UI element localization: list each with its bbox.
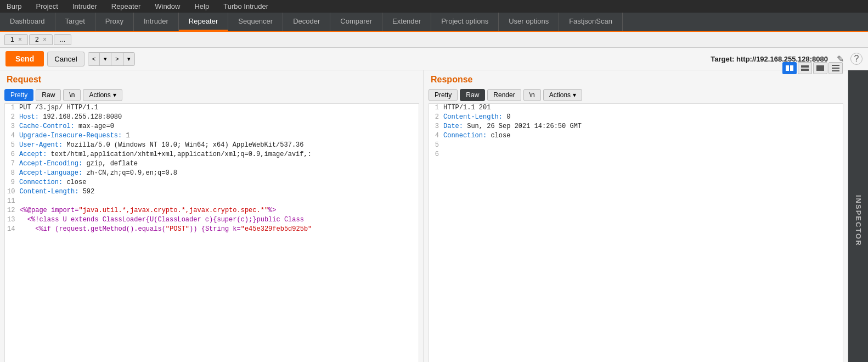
toolbar: Send Cancel < ▾ > ▾ Target: http://192.1… — [0, 48, 868, 70]
request-tab-n[interactable]: \n — [63, 89, 81, 101]
request-actions-button[interactable]: Actions ▾ — [83, 89, 122, 101]
view-icons — [782, 62, 843, 74]
table-row: 2 Host: 192.168.255.128:8080 — [5, 113, 419, 122]
tab-proxy[interactable]: Proxy — [95, 13, 134, 31]
help-icon[interactable]: ? — [850, 53, 863, 65]
table-row: 1 HTTP/1.1 201 — [429, 104, 843, 113]
table-row: 11 — [5, 197, 419, 207]
svg-rect-3 — [801, 69, 809, 71]
subtab-2[interactable]: 2 × — [29, 34, 53, 45]
svg-rect-1 — [790, 65, 793, 71]
request-actions-label: Actions — [89, 91, 110, 99]
table-row: 6 Accept: text/html,application/xhtml+xm… — [5, 151, 419, 160]
menu-repeater[interactable]: Repeater — [109, 1, 143, 12]
table-row: 9 Connection: close — [5, 179, 419, 188]
tab-target[interactable]: Target — [55, 13, 95, 31]
table-row: 2 Content-Length: 0 — [429, 113, 843, 122]
nav-forward-down-button[interactable]: ▾ — [123, 53, 134, 65]
main-area: Request Pretty Raw \n Actions ▾ 1 PUT /3… — [0, 70, 868, 362]
view-single-icon[interactable] — [813, 62, 827, 74]
view-split-vertical-icon[interactable] — [798, 62, 812, 74]
nav-back-down-button[interactable]: ▾ — [100, 53, 111, 65]
table-row: 3 Cache-Control: max-age=0 — [5, 122, 419, 132]
tab-intruder[interactable]: Intruder — [134, 13, 179, 31]
request-toolbar: Pretty Raw \n Actions ▾ — [0, 87, 424, 103]
view-split-horizontal-icon[interactable] — [782, 62, 797, 74]
inspector-sidebar[interactable]: INSPECTOR — [848, 70, 868, 362]
request-code-area[interactable]: 1 PUT /3.jsp/ HTTP/1.1 2 Host: 192.168.2… — [4, 103, 419, 362]
tab-fastjsonscan[interactable]: FastjsonScan — [559, 13, 623, 31]
tab-sequencer[interactable]: Sequencer — [228, 13, 283, 31]
tab-extender[interactable]: Extender — [382, 13, 431, 31]
nav-arrow-group: < ▾ > ▾ — [88, 52, 135, 66]
menu-help[interactable]: Help — [192, 1, 211, 12]
response-code-area[interactable]: 1 HTTP/1.1 201 2 Content-Length: 0 3 Dat… — [429, 103, 843, 362]
table-row: 4 Upgrade-Insecure-Requests: 1 — [5, 132, 419, 141]
menu-burp[interactable]: Burp — [4, 1, 24, 12]
subtab-more[interactable]: ... — [54, 34, 71, 45]
close-subtab-2[interactable]: × — [43, 36, 47, 43]
tab-project-options[interactable]: Project options — [431, 13, 499, 31]
response-toolbar: Pretty Raw Render \n Actions ▾ — [424, 87, 848, 103]
table-row: 3 Date: Sun, 26 Sep 2021 14:26:50 GMT — [429, 122, 843, 132]
table-row: 10 Content-Length: 592 — [5, 188, 419, 197]
menu-project[interactable]: Project — [33, 1, 60, 12]
table-row: 1 PUT /3.jsp/ HTTP/1.1 — [5, 104, 419, 113]
table-row: 4 Connection: close — [429, 132, 843, 141]
response-panel: Response Pretty Raw Render \n Actions ▾ … — [424, 70, 848, 362]
response-actions-label: Actions — [549, 91, 571, 99]
request-tab-raw[interactable]: Raw — [36, 89, 61, 101]
svg-rect-0 — [786, 65, 789, 71]
tab-user-options[interactable]: User options — [499, 13, 559, 31]
subtab-1[interactable]: 1 × — [4, 34, 28, 45]
response-tab-n[interactable]: \n — [523, 89, 541, 101]
tab-dashboard[interactable]: Dashboard — [0, 13, 55, 31]
sub-tabs: 1 × 2 × ... — [0, 32, 868, 48]
tab-repeater[interactable]: Repeater — [179, 13, 228, 31]
svg-rect-2 — [801, 65, 809, 68]
nav-back-button[interactable]: < — [88, 53, 100, 65]
table-row: 5 User-Agent: Mozilla/5.0 (Windows NT 10… — [5, 141, 419, 151]
close-subtab-1[interactable]: × — [18, 36, 22, 43]
request-actions-chevron: ▾ — [113, 91, 116, 99]
response-actions-chevron: ▾ — [573, 91, 576, 99]
table-row: 8 Accept-Language: zh-CN,zh;q=0.9,en;q=0… — [5, 169, 419, 179]
table-row: 7 Accept-Encoding: gzip, deflate — [5, 160, 419, 169]
table-row: 6 — [429, 151, 843, 160]
nav-forward-button[interactable]: > — [111, 53, 123, 65]
request-header: Request — [0, 70, 424, 87]
tab-comparer[interactable]: Comparer — [330, 13, 382, 31]
table-row: 13 <%!class U extends ClassLoader{U(Clas… — [5, 216, 419, 225]
menu-turbo-intruder[interactable]: Turbo Intruder — [221, 1, 270, 12]
response-tab-raw[interactable]: Raw — [460, 89, 485, 101]
menu-window[interactable]: Window — [153, 1, 182, 12]
svg-rect-4 — [816, 65, 824, 71]
menu-hamburger-icon[interactable] — [828, 62, 843, 74]
send-button[interactable]: Send — [5, 51, 44, 66]
table-row: 14 <%if (request.getMethod().equals("POS… — [5, 225, 419, 235]
response-tab-pretty[interactable]: Pretty — [429, 89, 458, 101]
response-actions-button[interactable]: Actions ▾ — [543, 89, 582, 101]
table-row: 5 — [429, 141, 843, 151]
table-row: 12 <%@page import="java.util.*,javax.cry… — [5, 207, 419, 216]
tab-decoder[interactable]: Decoder — [283, 13, 330, 31]
request-tab-pretty[interactable]: Pretty — [4, 89, 33, 101]
cancel-button[interactable]: Cancel — [47, 52, 84, 66]
menu-bar: Burp Project Intruder Repeater Window He… — [0, 0, 868, 13]
menu-intruder[interactable]: Intruder — [70, 1, 99, 12]
nav-tabs: Dashboard Target Proxy Intruder Repeater… — [0, 13, 868, 32]
request-panel: Request Pretty Raw \n Actions ▾ 1 PUT /3… — [0, 70, 424, 362]
response-tab-render[interactable]: Render — [487, 89, 521, 101]
